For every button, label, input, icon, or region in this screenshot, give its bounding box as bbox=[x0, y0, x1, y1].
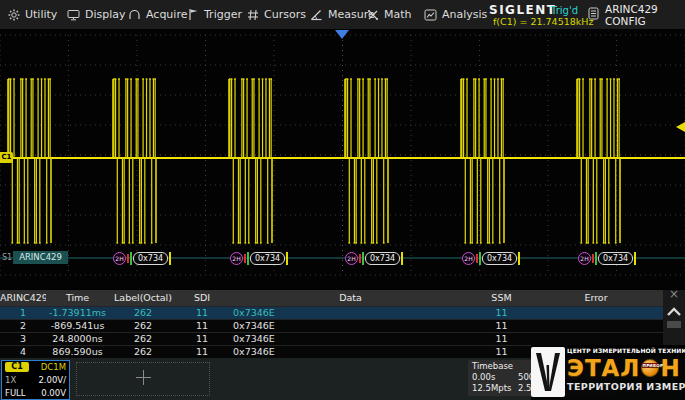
decode-open-bar bbox=[479, 252, 481, 265]
table-row[interactable]: 324.8000ns262110x7346E11 bbox=[0, 332, 663, 345]
table-header-time: Time bbox=[46, 290, 109, 306]
decode-open-bar bbox=[130, 252, 132, 265]
globe-banner: ПРИБОР bbox=[642, 363, 658, 368]
decode-open-bar bbox=[247, 252, 249, 265]
cell-error bbox=[529, 307, 663, 319]
decode-event-bubble[interactable]: 2H0x734 bbox=[462, 251, 520, 265]
menu-item-label: Utility bbox=[25, 8, 57, 21]
channel1-scale: 2.00V/ bbox=[38, 375, 66, 385]
decode-bus-label[interactable]: ARINC429 bbox=[13, 251, 68, 264]
cell-label: 262 bbox=[109, 307, 177, 319]
monitor-icon bbox=[67, 9, 80, 21]
memory-depth: 12.5Mpts bbox=[472, 383, 518, 394]
arinc429-config-label: ARINC429 CONFIG bbox=[605, 3, 685, 27]
cell-label: 262 bbox=[109, 333, 177, 345]
cell-ssm: 11 bbox=[474, 307, 529, 319]
decode-label-circle: 2H bbox=[345, 252, 358, 265]
gear-icon bbox=[8, 9, 20, 21]
channel1-box[interactable]: C1 DC1M 1X 2.00V/ FULL 0.00V bbox=[1, 360, 70, 400]
cell-error bbox=[529, 333, 663, 345]
table-row[interactable]: 1-1.73911ms262110x7346E11 bbox=[0, 306, 663, 319]
arinc429-config-button[interactable]: ARINC429 CONFIG bbox=[588, 0, 685, 29]
menu-item-utility[interactable]: Utility bbox=[8, 0, 57, 29]
etalon-logo-icon bbox=[531, 347, 565, 397]
math-icon bbox=[367, 9, 379, 21]
trigger-status: Trig'd bbox=[551, 5, 578, 16]
menu-item-label: Math bbox=[384, 8, 412, 21]
globe-icon: ПРИБОР bbox=[641, 359, 659, 377]
menu-item-label: Trigger bbox=[204, 8, 242, 21]
menu-item-analysis[interactable]: Analysis bbox=[424, 0, 487, 29]
menu-item-measure[interactable]: Measure bbox=[310, 0, 375, 29]
trigger-level-marker[interactable] bbox=[676, 122, 685, 132]
decode-start-tick bbox=[592, 254, 594, 263]
decode-event-bubble[interactable]: 2H0x734 bbox=[230, 251, 288, 265]
menu-item-cursors[interactable]: Cursors bbox=[247, 0, 306, 29]
cell-ssm: 11 bbox=[474, 320, 529, 332]
decode-word-value: 0x734 bbox=[133, 252, 168, 265]
table-header-sdi: SDI bbox=[177, 290, 227, 306]
decode-label-circle: 2H bbox=[462, 252, 475, 265]
cell-data: 0x7346E bbox=[227, 333, 474, 345]
channel1-badge: C1 bbox=[5, 362, 29, 372]
decode-event-bubble[interactable]: 2H0x734 bbox=[578, 251, 636, 265]
channel1-coupling: DC1M bbox=[41, 362, 66, 372]
serial-decode-id: S1 bbox=[2, 253, 12, 262]
table-header-label: Label(Octal) bbox=[109, 290, 177, 306]
cell-error bbox=[529, 320, 663, 332]
decode-word-value: 0x734 bbox=[598, 252, 633, 265]
analysis-icon bbox=[424, 9, 437, 21]
decode-event-bubble[interactable]: 2H0x734 bbox=[345, 251, 403, 265]
menu-item-label: Analysis bbox=[442, 8, 487, 21]
decode-label-circle: 2H bbox=[113, 252, 126, 265]
cell-label: 262 bbox=[109, 320, 177, 332]
menu-item-trigger[interactable]: Trigger bbox=[188, 0, 242, 29]
table-header-index: ARINC429 bbox=[0, 290, 46, 306]
channel1-offset-marker[interactable]: C1 bbox=[0, 152, 13, 163]
frequency-counter: f(C1) = 21.74518kHz bbox=[493, 16, 593, 27]
timebase-title: Timebase bbox=[472, 361, 513, 372]
menu-item-label: Acquire bbox=[146, 8, 187, 21]
scroll-up-icon[interactable] bbox=[666, 303, 682, 322]
watermark-bottom-line: ТЕРРИТОРИЯ ИЗМЕРЕНИЙ bbox=[567, 381, 685, 392]
decode-event-bubble[interactable]: 2H0x734 bbox=[113, 251, 171, 265]
channel1-probe: 1X bbox=[5, 375, 16, 385]
cell-ssm: 11 bbox=[474, 346, 529, 358]
decode-word-value: 0x734 bbox=[365, 252, 400, 265]
cell-data: 0x7346E bbox=[227, 307, 474, 319]
cell-data: 0x7346E bbox=[227, 320, 474, 332]
decode-truncation-bar bbox=[286, 252, 288, 265]
add-channel-button[interactable] bbox=[76, 362, 210, 396]
cell-data: 0x7346E bbox=[227, 346, 474, 358]
plus-icon bbox=[135, 369, 152, 390]
list-icon bbox=[588, 7, 599, 22]
decode-label-circle: 2H bbox=[230, 252, 243, 265]
cell-index: 3 bbox=[0, 333, 46, 345]
menu-item-label: Display bbox=[85, 8, 126, 21]
decode-start-tick bbox=[127, 254, 129, 263]
close-icon[interactable]: × bbox=[663, 288, 685, 301]
watermark-top-line: ЦЕНТР ИЗМЕРИТЕЛЬНОЙ ТЕХНИКИ bbox=[567, 345, 685, 355]
etalon-watermark: ЦЕНТР ИЗМЕРИТЕЛЬНОЙ ТЕХНИКИ ЭТАЛ ПРИБОР … bbox=[531, 345, 685, 400]
trigger-position-marker[interactable] bbox=[335, 30, 349, 39]
cell-sdi: 11 bbox=[177, 346, 227, 358]
cell-time: 869.590us bbox=[46, 346, 109, 358]
table-row[interactable]: 2-869.541us262110x7346E11 bbox=[0, 319, 663, 332]
menu-item-acquire[interactable]: Acquire bbox=[128, 0, 187, 29]
waveform-svg bbox=[0, 29, 685, 289]
table-header-row: ARINC429TimeLabel(Octal)SDIDataSSMError bbox=[0, 290, 663, 306]
decode-start-tick bbox=[359, 254, 361, 263]
waveform-display[interactable] bbox=[0, 29, 685, 289]
menu-item-display[interactable]: Display bbox=[67, 0, 126, 29]
scrollbar-thumb[interactable] bbox=[667, 321, 681, 328]
decode-word-value: 0x734 bbox=[250, 252, 285, 265]
cell-sdi: 11 bbox=[177, 307, 227, 319]
cell-time: -1.73911ms bbox=[46, 307, 109, 319]
cell-index: 1 bbox=[0, 307, 46, 319]
menu-item-math[interactable]: Math bbox=[367, 0, 412, 29]
decode-start-tick bbox=[244, 254, 246, 263]
channel1-bandwidth: FULL bbox=[5, 388, 26, 398]
menu-item-label: Cursors bbox=[264, 8, 306, 21]
cell-label: 262 bbox=[109, 346, 177, 358]
cell-time: 24.8000ns bbox=[46, 333, 109, 345]
